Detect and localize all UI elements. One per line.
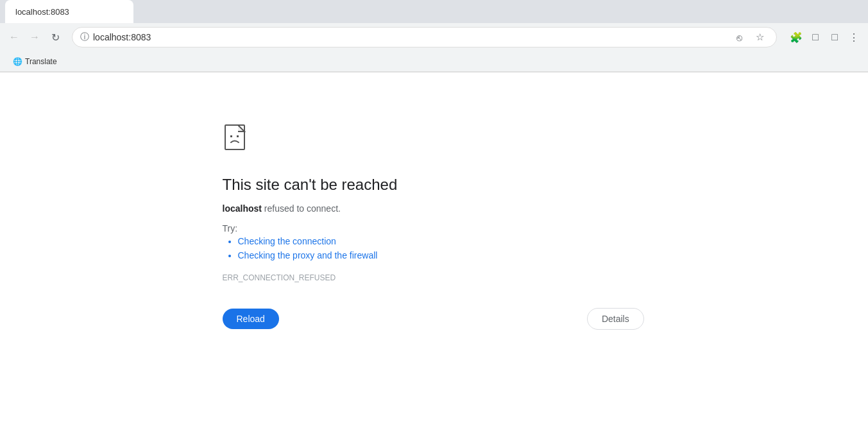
menu-icon: ⋮ xyxy=(849,31,859,44)
details-btn-container: Details xyxy=(587,308,644,330)
back-button[interactable]: ← xyxy=(5,28,23,46)
suggestion-proxy[interactable]: Checking the proxy and the firewall xyxy=(238,250,646,260)
window-icon: □ xyxy=(831,31,838,43)
error-content: This site can't be reached localhost ref… xyxy=(210,124,659,442)
error-host: localhost xyxy=(223,203,262,214)
back-icon: ← xyxy=(9,31,19,43)
media-button[interactable]: □ xyxy=(806,28,824,46)
reload-page-button[interactable]: Reload xyxy=(223,309,279,329)
error-description-suffix: refused to connect. xyxy=(262,203,341,214)
error-page: This site can't be reached localhost ref… xyxy=(0,72,868,442)
error-icon-container xyxy=(223,124,646,155)
media-icon: □ xyxy=(812,31,819,43)
try-label: Try: xyxy=(223,223,646,234)
address-bar: ⓘ ⎋ ☆ xyxy=(72,27,777,47)
toolbar: ← → ↻ ⓘ ⎋ ☆ 🧩 □ xyxy=(0,23,868,51)
browser-chrome: localhost:8083 ← → ↻ ⓘ ⎋ ☆ xyxy=(0,0,868,72)
svg-rect-1 xyxy=(230,135,232,137)
details-button[interactable]: Details xyxy=(587,308,644,330)
error-face-icon xyxy=(223,124,251,153)
tab-title: localhost:8083 xyxy=(15,7,69,17)
error-title: This site can't be reached xyxy=(223,176,646,194)
reload-button[interactable]: ↻ xyxy=(46,28,64,46)
tab-bar: localhost:8083 xyxy=(0,0,868,23)
share-button[interactable]: ⎋ xyxy=(730,28,748,46)
extensions-button[interactable]: 🧩 xyxy=(787,28,805,46)
bookmark-button[interactable]: ☆ xyxy=(751,28,769,46)
forward-icon: → xyxy=(30,31,40,43)
forward-button[interactable]: → xyxy=(26,28,44,46)
window-button[interactable]: □ xyxy=(826,28,844,46)
error-suggestions: Checking the connection Checking the pro… xyxy=(223,236,646,260)
error-actions: Reload Details xyxy=(223,308,646,330)
menu-button[interactable]: ⋮ xyxy=(845,28,863,46)
translate-label: Translate xyxy=(25,57,57,66)
puzzle-icon: 🧩 xyxy=(790,31,803,44)
error-description: localhost refused to connect. xyxy=(223,201,646,216)
svg-rect-2 xyxy=(237,135,239,137)
toolbar-actions: 🧩 □ □ ⋮ xyxy=(787,28,863,46)
star-icon: ☆ xyxy=(756,31,764,43)
bookmarks-bar: 🌐 Translate xyxy=(0,51,868,72)
suggestion-connection[interactable]: Checking the connection xyxy=(238,236,646,246)
translate-bookmark[interactable]: 🌐 Translate xyxy=(8,56,62,67)
url-input[interactable] xyxy=(93,32,726,42)
info-icon: ⓘ xyxy=(80,31,89,43)
address-actions: ⎋ ☆ xyxy=(730,28,769,46)
translate-icon: 🌐 xyxy=(13,57,22,66)
reload-icon: ↻ xyxy=(51,31,60,44)
share-icon: ⎋ xyxy=(736,32,742,43)
active-tab[interactable]: localhost:8083 xyxy=(5,0,133,23)
error-code: ERR_CONNECTION_REFUSED xyxy=(223,273,646,282)
